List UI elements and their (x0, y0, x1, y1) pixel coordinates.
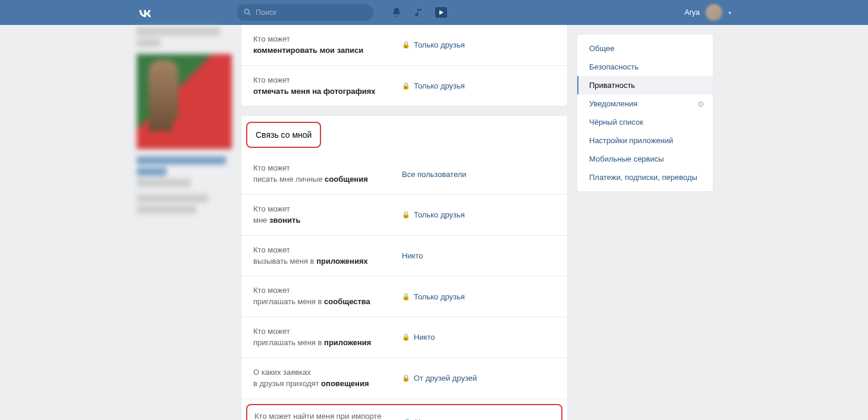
vk-logo[interactable] (137, 8, 153, 17)
setting-value[interactable]: Никто (402, 251, 423, 260)
lock-icon: 🔒 (402, 82, 410, 90)
setting-row[interactable]: Кто может приглашать меня в приложения 🔒… (241, 317, 567, 358)
main-column: Кто может комментировать мои записи 🔒 То… (241, 25, 568, 420)
search-icon (244, 8, 251, 17)
settings-card-top: Кто может комментировать мои записи 🔒 То… (241, 25, 568, 106)
user-menu[interactable]: Arya ▾ (684, 4, 731, 21)
avatar (706, 4, 722, 21)
setting-row[interactable]: Кто может комментировать мои записи 🔒 То… (241, 25, 567, 66)
svg-point-0 (245, 9, 250, 14)
lock-icon: 🔒 (402, 293, 410, 301)
setting-row[interactable]: Кто может мне звонить 🔒 Только друзья (241, 195, 567, 236)
setting-value[interactable]: 🔒 Только друзья (402, 210, 465, 219)
setting-row-highlight[interactable]: Кто может найти меня при импорте контакт… (246, 404, 562, 421)
lock-icon: 🔒 (402, 374, 410, 382)
setting-label: Кто может мне звонить (253, 204, 402, 226)
section-title-highlight: Связь со мной (246, 122, 321, 148)
lock-icon: 🔒 (402, 41, 410, 49)
topbar: Arya ▾ (0, 0, 868, 25)
music-icon[interactable] (414, 8, 423, 17)
setting-value[interactable]: Все пользователи (402, 170, 467, 179)
setting-value[interactable]: 🔒 Только друзья (402, 81, 465, 90)
nav-item-security[interactable]: Безопасность (577, 58, 713, 76)
setting-label: Кто может вызывать меня в приложениях (253, 245, 402, 267)
setting-label: Кто может приглашать меня в приложения (253, 326, 402, 349)
setting-row[interactable]: Кто может вызывать меня в приложениях Ни… (241, 236, 567, 277)
setting-label: Кто может писать мне личные сообщения (253, 163, 402, 185)
nav-item-general[interactable]: Общее (577, 39, 713, 58)
search-box[interactable] (237, 4, 373, 21)
setting-value[interactable]: 🔒 Только друзья (402, 292, 465, 301)
lock-icon: 🔒 (402, 211, 410, 219)
setting-row[interactable]: Кто может писать мне личные сообщения Вс… (241, 154, 567, 195)
settings-card-contact: Связь со мной Кто может писать мне личны… (241, 115, 568, 420)
left-column (137, 25, 232, 420)
setting-value[interactable]: 🔒 Никто (402, 333, 435, 342)
gear-icon[interactable]: ⚙ (697, 99, 705, 108)
setting-value[interactable]: 🔒 Только друзья (402, 40, 465, 49)
setting-row[interactable]: Кто может приглашать меня в сообщества 🔒… (241, 276, 567, 317)
user-name: Arya (684, 8, 700, 17)
setting-value[interactable]: 🔒 От друзей друзей (402, 374, 477, 383)
settings-nav: Общее Безопасность Приватность Уведомлен… (577, 34, 713, 192)
setting-label: Кто может найти меня при импорте контакт… (254, 411, 403, 421)
nav-item-app-settings[interactable]: Настройки приложений (577, 131, 713, 150)
search-input[interactable] (256, 8, 366, 17)
lock-icon: 🔒 (402, 333, 410, 341)
setting-value[interactable]: 🔒 Никто (403, 418, 436, 420)
nav-item-blacklist[interactable]: Чёрный список (577, 113, 713, 131)
notifications-icon[interactable] (391, 7, 402, 18)
setting-label: Кто может приглашать меня в сообщества (253, 285, 402, 308)
setting-label: О каких заявках в друзья приходят оповещ… (253, 367, 402, 390)
setting-row[interactable]: О каких заявках в друзья приходят оповещ… (241, 358, 567, 399)
video-icon[interactable] (435, 7, 447, 18)
section-title: Связь со мной (256, 130, 312, 140)
setting-label: Кто может комментировать мои записи (253, 34, 402, 56)
nav-item-privacy[interactable]: Приватность (577, 76, 713, 94)
nav-item-mobile[interactable]: Мобильные сервисы (577, 150, 713, 168)
svg-line-1 (249, 13, 250, 15)
setting-row[interactable]: Кто может отмечать меня на фотографиях 🔒… (241, 66, 567, 106)
chevron-down-icon: ▾ (728, 10, 731, 16)
nav-item-payments[interactable]: Платежи, подписки, переводы (577, 168, 713, 187)
setting-label: Кто может отмечать меня на фотографиях (253, 75, 402, 97)
nav-item-notifications[interactable]: Уведомления ⚙ (577, 94, 713, 113)
right-column: Общее Безопасность Приватность Уведомлен… (577, 34, 713, 420)
